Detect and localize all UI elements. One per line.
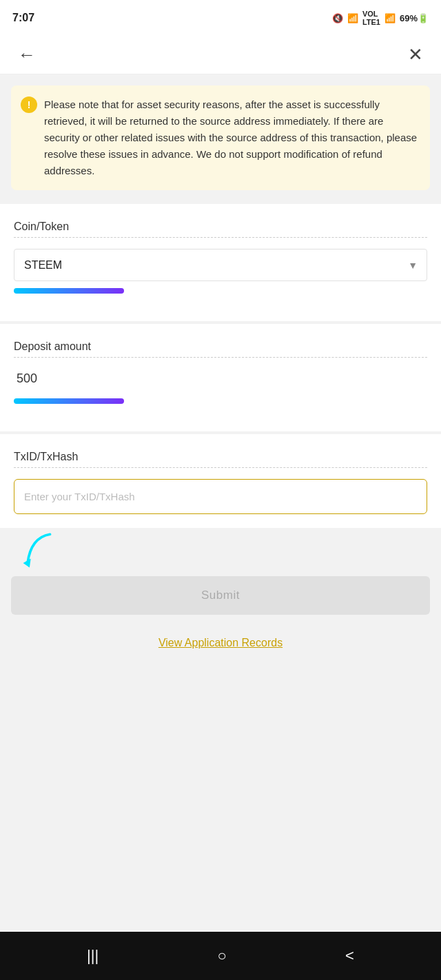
txid-input[interactable] <box>14 479 427 514</box>
deposit-amount-section: Deposit amount 500 <box>0 324 441 431</box>
submit-button[interactable]: Submit <box>11 576 430 615</box>
home-icon[interactable]: ○ <box>217 947 226 965</box>
warning-text: Please note that for asset security reas… <box>44 96 419 179</box>
back-button[interactable]: ← <box>12 39 41 71</box>
coin-token-gradient-bar <box>14 288 124 294</box>
coin-token-select[interactable]: STEEM BTC ETH USDT <box>14 249 427 281</box>
coin-token-section: Coin/Token STEEM BTC ETH USDT ▼ <box>0 204 441 321</box>
coin-token-label: Coin/Token <box>14 221 427 238</box>
mute-icon: 🔇 <box>332 13 343 23</box>
main-content: ! Please note that for asset security re… <box>0 74 441 932</box>
bottom-nav-bar: ||| ○ < <box>0 932 441 980</box>
warning-icon: ! <box>21 96 37 113</box>
view-records-link[interactable]: View Application Records <box>11 637 430 649</box>
status-time: 7:07 <box>12 12 34 24</box>
deposit-amount-value: 500 <box>14 369 427 391</box>
menu-icon[interactable]: ||| <box>87 947 99 965</box>
status-icons: 🔇 📶 VOLLTE1 📶 69%🔋 <box>332 10 429 26</box>
arrow-annotation <box>0 528 441 576</box>
back-nav-icon[interactable]: < <box>345 947 354 965</box>
nav-bar: ← ✕ <box>0 36 441 74</box>
wifi-icon: 📶 <box>347 13 358 23</box>
close-button[interactable]: ✕ <box>402 39 429 71</box>
battery-text: 69%🔋 <box>400 13 429 23</box>
cyan-arrow-icon <box>17 528 58 573</box>
txid-label: TxID/TxHash <box>14 451 427 468</box>
signal-text: VOLLTE1 <box>362 10 380 26</box>
txid-section: TxID/TxHash <box>0 434 441 528</box>
deposit-amount-gradient-bar <box>14 398 124 404</box>
coin-token-select-wrapper: STEEM BTC ETH USDT ▼ <box>14 249 427 281</box>
signal-icon: 📶 <box>384 13 396 23</box>
deposit-amount-label: Deposit amount <box>14 340 427 358</box>
warning-box: ! Please note that for asset security re… <box>11 85 430 190</box>
status-bar: 7:07 🔇 📶 VOLLTE1 📶 69%🔋 <box>0 0 441 36</box>
